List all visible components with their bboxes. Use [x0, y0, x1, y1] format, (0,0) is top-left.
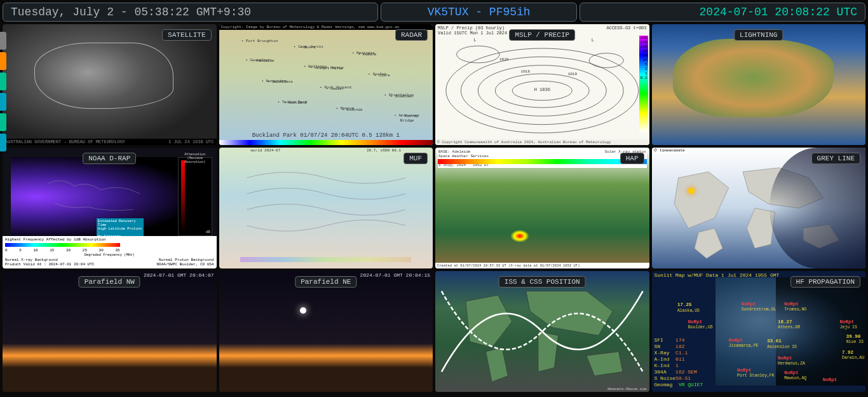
sidebar-tab[interactable] — [0, 32, 6, 50]
drap-world-map — [11, 157, 177, 236]
radar-color-scale — [219, 140, 433, 145]
sun-icon — [688, 188, 695, 194]
svg-text:H 1036: H 1036 — [534, 87, 550, 92]
muf-contours — [226, 154, 427, 249]
sidebar-tab[interactable] — [0, 73, 6, 90]
tile-parafield-ne[interactable]: 2024-07-01 GMT 20:04:15 Parafield NE — [219, 271, 433, 392]
svg-point-6 — [589, 53, 623, 68]
tile-label: HAP — [620, 153, 644, 164]
hfprop-night — [776, 277, 865, 386]
tile-lightning[interactable]: LIGHTNING — [652, 24, 866, 145]
hf-station: NoRptJicamarca,PE — [729, 338, 759, 349]
sidebar-tabs — [0, 32, 8, 151]
radar-place-label: • Tailem Bend — [278, 100, 308, 104]
radar-place-label: • Cape Jervis — [294, 45, 323, 49]
tile-label: NOAA D-RAP — [83, 153, 136, 164]
hap-hotspot — [510, 230, 529, 242]
sidebar-tab[interactable] — [0, 52, 6, 70]
hf-station: NoRptSondrestrom,GL — [742, 302, 776, 312]
hf-station: NoRptPort Stanley,FK — [737, 368, 775, 379]
radar-place-label: • Wallaroo — [304, 64, 327, 69]
svg-text:1019: 1019 — [568, 72, 578, 76]
tile-label: LIGHTNING — [734, 29, 783, 41]
radar-place-label: • Coonalpyn — [245, 58, 271, 62]
australia-terrain — [673, 39, 833, 118]
mslp-precip-scale: 2001501005020105210.2 — [639, 36, 648, 132]
cam-timestamp: 2024-07-01 GMT 20:04:07 — [144, 272, 214, 278]
iss-orbit — [435, 271, 649, 392]
tile-label: GREY LINE — [811, 153, 860, 164]
radar-place-label: • Mannum — [336, 106, 355, 111]
hf-station: NoRptMawson,AQ — [784, 370, 806, 381]
svg-text:L: L — [474, 38, 477, 43]
hap-footer: Created at 01/07/2024 19:57:33 UT (X-ray… — [435, 263, 649, 268]
tile-label: SATELLITE — [162, 29, 211, 41]
radar-place-label: • Ardrossan — [394, 113, 419, 118]
svg-text:1010: 1010 — [499, 57, 509, 62]
muf-header: world 2024-0729.7, sSSN 86.1 — [219, 148, 433, 153]
tile-hf-propagation[interactable]: Sunlit Map w/MUF Data 1 Jul 2024 1955 GM… — [652, 271, 866, 392]
tile-label: Parafield NW — [79, 276, 140, 288]
tile-hap[interactable]: BASE: Adelaide Space Weather Services Ho… — [435, 148, 649, 268]
local-time: Tuesday, July 2 - 05:38:22 GMT+9:30 — [3, 3, 378, 22]
moon-icon — [300, 307, 306, 314]
tile-mslp[interactable]: MSLP / Precip (03 hourly)Valid 15UTC Mon… — [435, 24, 649, 145]
tile-noaa-drap[interactable]: NOAA D-RAP Attenuation (Maximum Absorpti… — [3, 148, 217, 268]
radar-place-label: • Strathalbyn — [384, 93, 414, 97]
radar-place-label: • Port Broughton — [241, 39, 278, 43]
svg-text:L: L — [592, 38, 594, 43]
hf-station: 18.27Athens,GR — [778, 319, 800, 330]
hf-station: NoRptJeju IS — [840, 319, 857, 330]
tile-label: Parafield NE — [295, 276, 356, 288]
radar-place-label: • Meningie — [352, 51, 375, 55]
tile-greyline[interactable]: ⏱ timeanddate GREY LINE — [652, 148, 866, 268]
tile-label: ISS & CSS POSITION — [499, 276, 586, 288]
hf-station: NoRptBoulder,US — [688, 319, 713, 330]
tile-label: MUF — [403, 153, 428, 164]
radar-footer: Buckland Park 01/07/24 20:04UTC 0.5 128k… — [219, 132, 433, 139]
sidebar-tab[interactable] — [0, 93, 6, 111]
callsign-grid: VK5TUX - PF95ih — [381, 3, 577, 22]
utc-time: 2024-07-01 20:08:22 UTC — [580, 3, 865, 22]
hap-freq-scale — [438, 159, 647, 164]
night-shadow — [770, 148, 865, 268]
radar-place-label: • Nuriootpa — [261, 79, 287, 83]
tile-radar[interactable]: Copyright: Image by Bureau of Meteorolog… — [219, 24, 433, 145]
drap-attenuation-legend: Attenuation (Maximum Absorption) dB — [178, 157, 212, 236]
hf-station: 7.92Darwin,AU — [842, 350, 864, 361]
hap-header: BASE: Adelaide Space Weather Services Ho… — [438, 149, 647, 168]
radar-place-label: • Port Vincent — [320, 85, 351, 90]
muf-color-scale — [240, 257, 411, 262]
hf-station: NoRpt — [823, 377, 837, 382]
hf-station: 39.90Niue IS — [846, 334, 864, 345]
hf-station: 17.25Alaska,US — [677, 302, 700, 313]
satellite-footer: AUSTRALIAN GOVERNMENT - BUREAU OF METEOR… — [3, 139, 217, 145]
hf-solar-stats: SFI 174SN 192X-Ray C1.1A-Ind 011K-Ind 13… — [654, 337, 703, 388]
tile-iss-position[interactable]: ISS & CSS POSITION Heavens-Above.com — [435, 271, 649, 392]
drap-footer: Highest Frequency Affected by 1dB Absorp… — [3, 236, 217, 268]
isobar-lines: H 1036 L L 1010 1016 1019 — [435, 24, 649, 145]
cam-timestamp: 2024-07-01 GMT 20:04:15 — [360, 272, 430, 278]
tile-parafield-nw[interactable]: 2024-07-01 GMT 20:04:07 Parafield NW — [3, 271, 217, 392]
tile-satellite[interactable]: SATELLITE AUSTRALIAN GOVERNMENT - BUREAU… — [3, 24, 217, 145]
mslp-footer: © Copyright Commonwealth of Australia 20… — [435, 139, 649, 145]
svg-text:1016: 1016 — [521, 69, 531, 74]
tile-label: HF PROPAGATION — [790, 276, 860, 288]
radar-places: • Port Broughton• Port Pirie• Snowtown• … — [226, 34, 427, 129]
sidebar-tab[interactable] — [0, 113, 6, 131]
header-bar: Tuesday, July 2 - 05:38:22 GMT+9:30 VK5T… — [0, 0, 868, 24]
dashboard-grid: SATELLITE AUSTRALIAN GOVERNMENT - BUREAU… — [0, 24, 868, 394]
tile-label: MSLP / PRECIP — [509, 29, 575, 41]
tile-muf[interactable]: world 2024-0729.7, sSSN 86.1 MUF — [219, 148, 433, 268]
tile-label: RADAR — [395, 29, 428, 41]
radar-place-label: • Goolwa — [368, 72, 386, 76]
iss-source: Heavens-Above.com — [607, 387, 646, 391]
sidebar-tab[interactable] — [0, 134, 6, 151]
hf-station: NoRptHermanus,ZA — [778, 356, 805, 366]
hf-station: 33.61Ascension IS — [767, 338, 797, 349]
australia-outline — [34, 43, 173, 109]
hf-station: NoRptTromso,NO — [784, 302, 806, 312]
